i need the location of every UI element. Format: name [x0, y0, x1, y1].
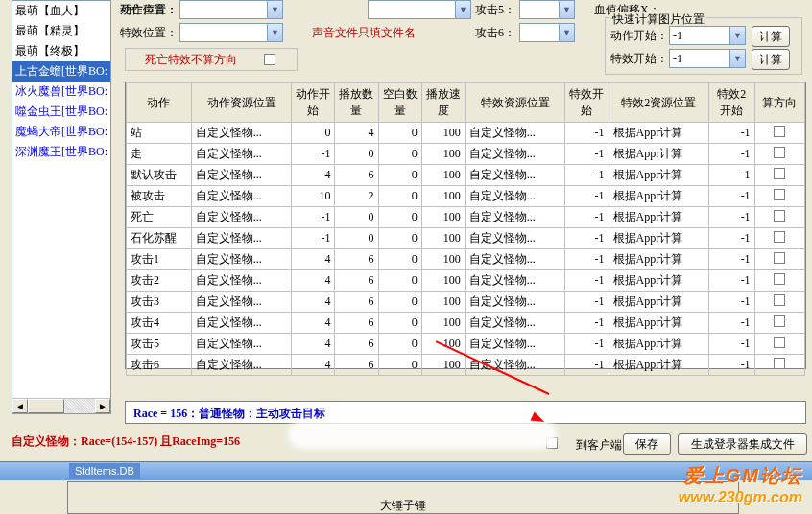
- atk5-combo[interactable]: ▼: [519, 0, 575, 19]
- cell[interactable]: 自定义怪物...: [191, 292, 292, 313]
- cell[interactable]: 根据Appr计算: [609, 313, 709, 334]
- direction-checkbox[interactable]: [774, 147, 785, 158]
- cell[interactable]: 被攻击: [127, 186, 192, 207]
- cell[interactable]: 100: [421, 292, 465, 313]
- direction-cell[interactable]: [754, 165, 804, 186]
- cell[interactable]: 自定义怪物...: [191, 228, 292, 249]
- direction-cell[interactable]: [754, 144, 804, 165]
- scroll-left[interactable]: ◄: [12, 399, 28, 413]
- cell[interactable]: 100: [421, 249, 465, 270]
- list-item[interactable]: 上古金蟾[世界BO:: [12, 61, 110, 82]
- list-item[interactable]: 冰火魔兽[世界BO:: [12, 82, 110, 102]
- cell[interactable]: 根据Appr计算: [609, 144, 709, 165]
- cell[interactable]: 自定义怪物...: [465, 165, 565, 186]
- cell[interactable]: 10: [292, 186, 335, 207]
- cell[interactable]: -1: [292, 207, 335, 228]
- cell[interactable]: 0: [335, 228, 378, 249]
- cell[interactable]: -1: [565, 270, 609, 292]
- cell[interactable]: 0: [378, 207, 421, 228]
- cell[interactable]: 自定义怪物...: [191, 186, 292, 207]
- list-item[interactable]: 深渊魔王[世界BO:: [12, 142, 110, 162]
- cell[interactable]: 0: [378, 249, 421, 270]
- cell[interactable]: 攻击2: [127, 270, 192, 292]
- cell[interactable]: 100: [421, 355, 465, 376]
- direction-checkbox[interactable]: [774, 252, 785, 264]
- cell[interactable]: -1: [565, 165, 609, 186]
- cell[interactable]: 自定义怪物...: [465, 228, 565, 249]
- cell[interactable]: 0: [378, 186, 421, 207]
- effect-start-combo[interactable]: -1▼: [669, 49, 746, 68]
- cell[interactable]: 自定义怪物...: [465, 313, 565, 334]
- cell[interactable]: 0: [378, 228, 421, 249]
- col-header[interactable]: 算方向: [754, 83, 804, 123]
- direction-cell[interactable]: [754, 186, 804, 207]
- col-header[interactable]: 特效2开始: [709, 83, 755, 123]
- cell[interactable]: 根据Appr计算: [609, 228, 709, 249]
- cell[interactable]: -1: [709, 144, 755, 165]
- table-row[interactable]: 攻击2自定义怪物...460100自定义怪物...-1根据Appr计算-1: [127, 270, 805, 292]
- cell[interactable]: -1: [565, 249, 609, 270]
- cell[interactable]: 0: [378, 334, 421, 355]
- table-row[interactable]: 攻击4自定义怪物...460100自定义怪物...-1根据Appr计算-1: [127, 313, 805, 334]
- cell[interactable]: 自定义怪物...: [465, 186, 565, 207]
- col-header[interactable]: 特效资源位置: [465, 83, 565, 123]
- cell[interactable]: 死亡: [127, 207, 192, 228]
- cell[interactable]: 自定义怪物...: [191, 313, 292, 334]
- cell[interactable]: 自定义怪物...: [191, 249, 292, 270]
- cell[interactable]: 100: [421, 186, 465, 207]
- cell[interactable]: 自定义怪物...: [465, 292, 565, 313]
- cell[interactable]: 0: [378, 292, 421, 313]
- cell[interactable]: 攻击4: [127, 313, 192, 334]
- cell[interactable]: 0: [378, 355, 421, 376]
- list-item[interactable]: 最萌【终极】: [12, 41, 110, 61]
- cell[interactable]: 0: [378, 123, 421, 144]
- atk6-combo[interactable]: ▼: [519, 23, 575, 42]
- cell[interactable]: 攻击3: [127, 292, 192, 313]
- direction-cell[interactable]: [754, 249, 804, 270]
- cell[interactable]: -1: [565, 186, 609, 207]
- direction-cell[interactable]: [754, 334, 804, 355]
- col-header[interactable]: 播放数量: [335, 83, 378, 123]
- direction-cell[interactable]: [754, 292, 804, 313]
- cell[interactable]: -1: [709, 123, 755, 144]
- cell[interactable]: 4: [292, 313, 335, 334]
- cell[interactable]: -1: [292, 144, 335, 165]
- cell[interactable]: 4: [292, 334, 335, 355]
- col-header[interactable]: 动作: [127, 83, 192, 123]
- cell[interactable]: -1: [565, 123, 609, 144]
- col-header[interactable]: 特效2资源位置: [609, 83, 709, 123]
- direction-checkbox[interactable]: [774, 126, 785, 137]
- cell[interactable]: -1: [292, 228, 335, 249]
- cell[interactable]: -1: [709, 313, 755, 334]
- cell[interactable]: 攻击1: [127, 249, 192, 270]
- table-row[interactable]: 走自定义怪物...-100100自定义怪物...-1根据Appr计算-1: [127, 144, 805, 165]
- cell[interactable]: -1: [565, 144, 609, 165]
- cell[interactable]: 0: [292, 123, 335, 144]
- cell[interactable]: 根据Appr计算: [609, 207, 709, 228]
- cell[interactable]: 100: [421, 228, 465, 249]
- cell[interactable]: 自定义怪物...: [191, 123, 292, 144]
- calc-effect-button[interactable]: 计算: [752, 49, 790, 70]
- cell[interactable]: 石化苏醒: [127, 228, 192, 249]
- cell[interactable]: 自定义怪物...: [465, 207, 565, 228]
- cell[interactable]: 0: [378, 165, 421, 186]
- col-header[interactable]: 播放速度: [421, 83, 465, 123]
- col-header[interactable]: 动作资源位置: [191, 83, 292, 123]
- tab-stditems[interactable]: StdItems.DB: [69, 463, 140, 479]
- cell[interactable]: 100: [421, 270, 465, 292]
- direction-cell[interactable]: [754, 355, 804, 376]
- action-pos-combo[interactable]: ▼: [179, 0, 283, 19]
- table-row[interactable]: 站自定义怪物...040100自定义怪物...-1根据Appr计算-1: [127, 123, 805, 144]
- cell[interactable]: 100: [421, 165, 465, 186]
- direction-checkbox[interactable]: [774, 294, 785, 306]
- cell[interactable]: 自定义怪物...: [465, 355, 565, 376]
- cell[interactable]: -1: [709, 165, 755, 186]
- cell[interactable]: 6: [335, 165, 378, 186]
- save-button[interactable]: 保存: [623, 433, 671, 455]
- direction-checkbox[interactable]: [774, 210, 785, 222]
- cell[interactable]: 走: [127, 144, 192, 165]
- direction-cell[interactable]: [754, 313, 804, 334]
- direction-checkbox[interactable]: [774, 358, 785, 369]
- cell[interactable]: -1: [709, 355, 755, 376]
- cell[interactable]: -1: [709, 186, 755, 207]
